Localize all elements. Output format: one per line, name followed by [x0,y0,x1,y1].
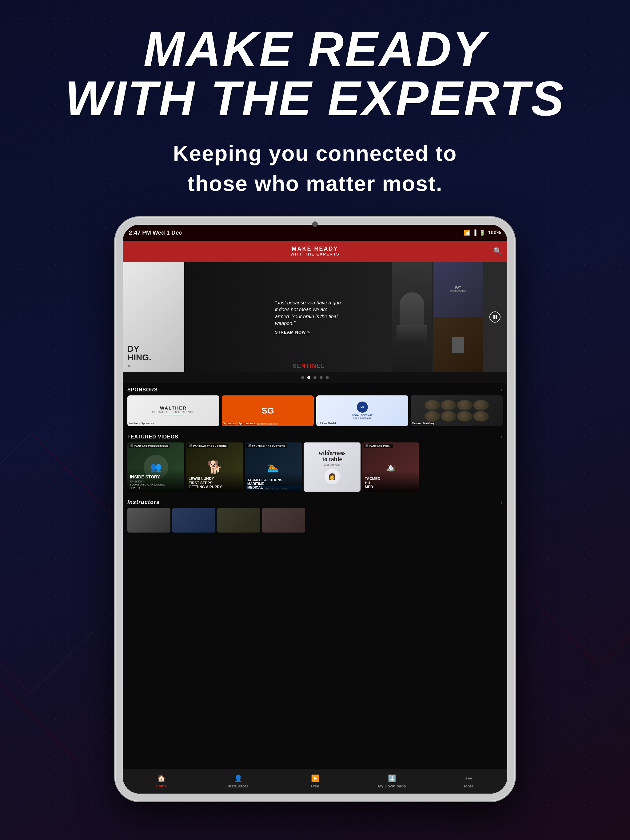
video-inside-story[interactable]: 👥 🎬 PANTEAO PRODUCTIONS INSIDE STORY [127,442,184,492]
nav-downloads-label: My Downloads [378,784,406,788]
app-logo-line2: WITH THE EXPERTS [290,252,339,256]
hero-right-peek [483,262,507,373]
app-logo: MAKE READY WITH THE EXPERTS [290,246,339,256]
instructors-row [127,508,503,535]
panteao-label-1: PANTEAO PRODUCTIONS [135,445,168,447]
tablet-wrapper: 2:47 PM Wed 1 Dec 📶 ▐ 🔋 100% MAKE READY … [0,217,630,801]
instructor-card-3[interactable] [217,508,260,532]
pause-bar-1 [494,315,495,319]
nav-instructors[interactable]: 👤 Instructors [199,769,277,794]
battery-percent: 100% [488,230,501,236]
featured-videos-title: FEATURED VIDEOS [127,434,179,440]
tablet-screen: 2:47 PM Wed 1 Dec 📶 ▐ 🔋 100% MAKE READY … [123,225,507,794]
sponsor-lawshield[interactable]: US LEGAL DEFENSESELF DEFENSE US LawShiel… [316,395,408,426]
instructor-card-2[interactable] [172,508,215,532]
download-icon: ⬇️ [388,775,396,783]
dot-5[interactable] [326,376,329,379]
screen-content: DYHING. E. "Just because you [123,262,507,794]
sponsors-arrow[interactable]: › [501,387,503,393]
sponsor-walther-label: Walther - Sponsors [128,422,218,425]
sponsors-section: SPONSORS › WALTHER PINNACLE PERFORMANCE [123,383,507,430]
hero-content: "Just because you have a gun it does not… [184,262,483,373]
video-overlay-3: TACMED SOLUTIONSMARITIMEMEDICAL [245,472,302,492]
video-badge-5: 🎬 PANTEAO PRO... [364,444,393,448]
hero-thumb-1: PAT McNAMARA [434,262,483,317]
video-title-lewis: LEWIS LUNDYFIRST STEPS:GETTING A PUPPY [188,477,241,489]
video-thumb-wilderness: wildernessto table with Chef Sol 👩 [304,442,361,492]
page-header: MAKE READY WITH THE EXPERTS Keeping you … [0,0,630,199]
instructors-section: Instructors › [123,495,507,535]
page-main-title: MAKE READY WITH THE EXPERTS [0,25,630,123]
sponsor-lawshield-label: US LawShield [317,422,407,425]
hero-side-images: PAT McNAMARA [434,262,483,373]
featured-videos-section: FEATURED VIDEOS › 👥 [123,430,507,495]
instructor-card-4[interactable] [262,508,305,532]
carousel-dots [123,373,507,383]
pause-button[interactable] [489,311,500,322]
video-thumb-inside-story: 👥 🎬 PANTEAO PRODUCTIONS INSIDE STORY [127,442,184,492]
wifi-icon: 📶 [464,230,470,236]
bottom-nav: 🏠 Home 👤 Instructors ▶️ Free ⬇️ My Downl… [123,769,507,794]
more-icon: ••• [465,775,472,783]
video-wilderness[interactable]: wildernessto table with Chef Sol 👩 [304,442,361,492]
nav-more[interactable]: ••• More [431,769,507,794]
pause-icon [494,315,497,319]
nav-instructors-label: Instructors [228,784,249,788]
dot-2[interactable] [307,376,310,379]
battery-icon: 🔋 [479,230,486,236]
videos-row: 👥 🎬 PANTEAO PRODUCTIONS INSIDE STORY [127,442,503,495]
video-overlay-1: INSIDE STORY EPISODE IIIBOURBON.CIGARS.G… [127,469,184,492]
sponsor-taconic[interactable]: Taconic Distillery [411,395,503,426]
video-title-hunt: TACMEDHU...MED [365,477,417,489]
video-badge-1: 🎬 PANTEAO PRODUCTIONS [128,444,169,448]
sentinel-label: SENTINEL [184,363,434,369]
panteao-icon-2: 🎬 [189,444,192,447]
hero-main-slide[interactable]: "Just because you have a gun it does not… [184,262,483,373]
video-thumb-lewis: 🐕 🎬 PANTEAO PRODUCTIONS LEWIS LUNDYFIRST… [186,442,243,492]
sponsors-header: SPONSORS › [127,383,503,395]
video-thumb-hunt: 🏔️ 🎬 PANTEAO PRO... TACMEDHU...MED [362,442,419,492]
search-button[interactable]: 🔍 [494,247,502,255]
sponsors-title: SPONSORS [127,387,158,393]
nav-my-downloads[interactable]: ⬇️ My Downloads [353,769,431,794]
sponsors-row: WALTHER PINNACLE PERFORMANCE Walther - S… [127,395,503,430]
dot-1[interactable] [301,376,304,379]
video-lewis-lundy[interactable]: 🐕 🎬 PANTEAO PRODUCTIONS LEWIS LUNDYFIRST… [186,442,243,492]
video-tacmed-maritime[interactable]: 🏊 TACMED SOLUTIONS 🎬 PANTEAO PRODUCTIONS [245,442,302,492]
hero-slide-left: DYHING. E. [123,262,184,373]
instructors-arrow[interactable]: › [501,499,503,505]
video-badge-3: 🎬 PANTEAO PRODUCTIONS [246,444,287,448]
instructor-card-1[interactable] [127,508,171,532]
video-tacmed-hunt[interactable]: 🏔️ 🎬 PANTEAO PRO... TACMEDHU...MED [362,442,419,492]
barrel-grid [424,400,489,422]
hero-left-text: DYHING. [127,345,180,362]
nav-home[interactable]: 🏠 Home [123,769,199,794]
video-title-tacmed: TACMED SOLUTIONSMARITIMEMEDICAL [247,478,299,489]
dot-4[interactable] [320,376,323,379]
hero-left-sub: E. [127,363,180,368]
video-thumb-tacmed: 🏊 TACMED SOLUTIONS 🎬 PANTEAO PRODUCTIONS [245,442,302,492]
video-badge-2: 🎬 PANTEAO PRODUCTIONS [187,444,228,448]
nav-free-label: Free [311,784,319,788]
pause-bar-2 [495,315,497,319]
hero-carousel[interactable]: DYHING. E. "Just because you [123,262,507,373]
free-icon: ▶️ [311,775,319,783]
nav-more-label: More [464,784,473,788]
home-icon: 🏠 [157,775,166,783]
panteao-label-2: PANTEAO PRODUCTIONS [193,445,227,447]
sponsor-sg[interactable]: SG sportsmansguide.com Sponsors - Sports… [222,395,314,426]
signal-icon: ▐ [473,230,476,236]
hero-thumb-2 [434,317,483,373]
featured-videos-arrow[interactable]: › [501,434,503,440]
lawshield-badge: US [357,401,368,413]
panteao-label-3: PANTEAO PRODUCTIONS [252,445,285,447]
instructors-header: Instructors › [127,495,503,508]
video-overlay-2: LEWIS LUNDYFIRST STEPS:GETTING A PUPPY [186,471,243,492]
dot-3[interactable] [313,376,317,379]
sponsor-sg-label: Sponsors - Sportsman's... [223,422,313,425]
nav-free[interactable]: ▶️ Free [277,769,353,794]
scrollable-content: DYHING. E. "Just because you [123,262,507,769]
sponsor-walther[interactable]: WALTHER PINNACLE PERFORMANCE Walther - S… [127,395,219,426]
video-overlay-5: TACMEDHU...MED [362,471,419,492]
hero-cta[interactable]: STREAM NOW > [275,330,343,335]
